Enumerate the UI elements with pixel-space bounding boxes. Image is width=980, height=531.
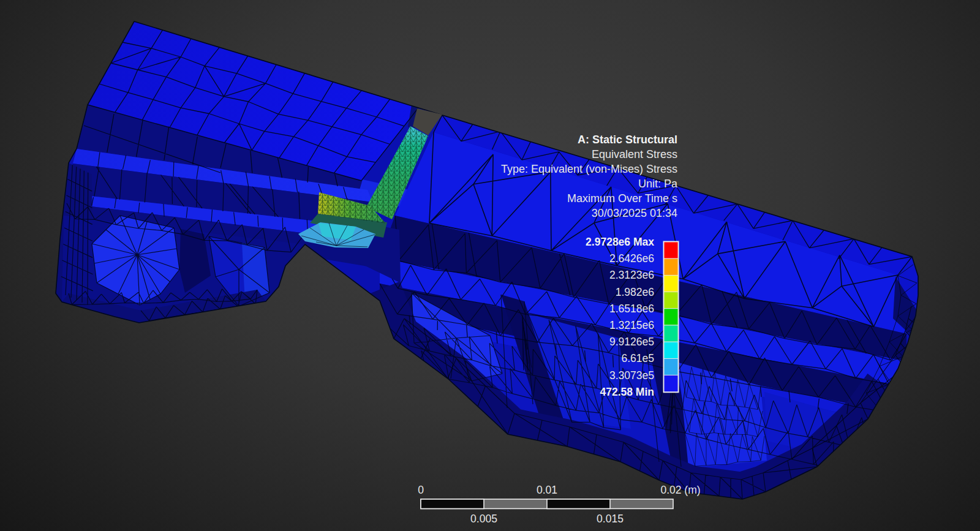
svg-text:Maximum Over Time s: Maximum Over Time s: [567, 192, 677, 205]
svg-text:472.58 Min: 472.58 Min: [600, 386, 654, 398]
svg-text:Type: Equivalent (von-Mises) S: Type: Equivalent (von-Mises) Stress: [501, 163, 677, 175]
svg-text:30/03/2025 01:34: 30/03/2025 01:34: [592, 207, 677, 219]
svg-text:Unit: Pa: Unit: Pa: [638, 178, 678, 190]
svg-text:0: 0: [418, 484, 424, 496]
svg-text:2.3123e6: 2.3123e6: [609, 269, 654, 281]
svg-text:1.982e6: 1.982e6: [616, 286, 654, 298]
svg-text:A: Static Structural: A: Static Structural: [578, 134, 677, 146]
svg-text:2.9728e6 Max: 2.9728e6 Max: [586, 236, 654, 248]
svg-text:3.3073e5: 3.3073e5: [609, 369, 654, 382]
svg-text:6.61e5: 6.61e5: [621, 352, 654, 364]
svg-text:0.01: 0.01: [537, 484, 557, 496]
svg-text:0.02 (m): 0.02 (m): [660, 484, 700, 496]
svg-text:9.9126e5: 9.9126e5: [609, 336, 654, 348]
svg-text:0.005: 0.005: [470, 513, 497, 525]
svg-text:2.6426e6: 2.6426e6: [609, 252, 654, 265]
svg-text:0.015: 0.015: [597, 513, 624, 525]
svg-text:1.6518e6: 1.6518e6: [609, 303, 654, 315]
svg-text:Equivalent Stress: Equivalent Stress: [592, 148, 677, 160]
svg-text:1.3215e6: 1.3215e6: [609, 319, 654, 331]
